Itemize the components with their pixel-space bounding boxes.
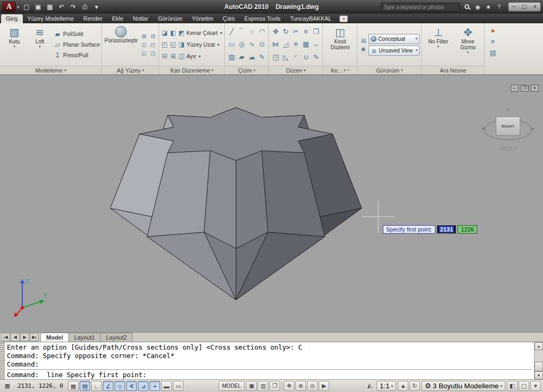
save-icon[interactable]: ▦ xyxy=(45,2,55,12)
dynamic-input-x-field[interactable]: 2131 xyxy=(437,225,456,234)
qp-toggle[interactable]: ▭ xyxy=(173,381,183,391)
last-layout-button[interactable]: ▶| xyxy=(30,333,39,341)
redo-icon[interactable]: ↷ xyxy=(68,2,78,12)
yuzey-uzat-button[interactable]: ◰ ◱ ◨ Yüzey Uzat ▼ xyxy=(161,39,223,50)
purussuzlestir-button[interactable]: Pürüssüzleştir xyxy=(103,24,138,65)
wcs-dropdown[interactable]: WCS ▾ xyxy=(500,146,516,152)
maximize-button[interactable]: ▢ xyxy=(519,3,530,11)
panel-label-kati-duzenleme[interactable]: Katı Düzenleme▾ xyxy=(159,66,224,74)
dynamic-input-y-field[interactable]: 1226 xyxy=(458,225,477,234)
viewcube-rotate-right-icon[interactable]: ▸ xyxy=(532,125,535,131)
viewcube-home-icon[interactable]: ⌂ xyxy=(481,106,535,112)
hatch-icon[interactable]: ▨ xyxy=(226,51,237,64)
panel-label-ag-yuzey[interactable]: Ağ Yüzey▾ xyxy=(102,66,159,74)
mesh-extrude-icon[interactable]: ◰ xyxy=(148,41,157,49)
copy-icon[interactable]: ❐ xyxy=(311,25,321,38)
model-space-button[interactable]: MODEL xyxy=(218,381,245,391)
panel-label-ara-nesne[interactable]: Ara Nesne xyxy=(422,66,484,74)
application-menu-button[interactable]: A xyxy=(2,2,16,12)
kesit-duzlemi-button[interactable]: ◫ Kesit Düzlemi xyxy=(325,24,355,65)
application-menu-dropdown-icon[interactable]: ▾ xyxy=(17,5,19,10)
dyn-toggle[interactable]: + xyxy=(150,381,160,391)
pan-icon[interactable]: ✥ xyxy=(284,381,294,391)
tab-tuncaybakkal[interactable]: TuncayBAKKAL xyxy=(285,14,336,23)
search-button[interactable] xyxy=(462,3,471,12)
press-pull-button[interactable]: ↧ Press/Pull xyxy=(54,50,100,60)
planar-surface-button[interactable]: ▱ Planar Surface xyxy=(54,40,100,49)
zoom-icon[interactable]: ⊕ xyxy=(295,381,306,391)
next-layout-button[interactable]: ▶ xyxy=(20,333,29,341)
line-icon[interactable]: ╱ xyxy=(226,25,237,38)
otrack-toggle[interactable]: ∢ xyxy=(126,381,137,391)
infocenter-search-input[interactable] xyxy=(381,3,460,12)
tool-palettes-icon[interactable]: ≡ xyxy=(487,37,498,46)
tab-model[interactable]: Model xyxy=(40,333,69,342)
command-scrollbar[interactable]: ▲ ▼ xyxy=(534,342,543,379)
viewport-restore-button[interactable]: ❐ xyxy=(521,85,529,92)
panel-label-cizim[interactable]: Çizim▾ xyxy=(225,66,268,74)
clean-screen-icon[interactable]: ▢ xyxy=(519,381,529,391)
viewcube-face[interactable]: RIGHT xyxy=(496,117,520,136)
open-icon[interactable]: ▣ xyxy=(33,2,43,12)
command-input-line[interactable]: Command: line Specify first point: xyxy=(7,369,532,379)
first-layout-button[interactable]: |◀ xyxy=(1,333,10,341)
kenar-cikart-button[interactable]: ◪ ◧ ◩ Kenar Çıkart ▼ xyxy=(161,27,223,39)
tab-express-tools[interactable]: Express Tools xyxy=(240,14,285,23)
mesh-refine-icon[interactable]: ⊞ xyxy=(139,32,148,40)
comm-center-icon[interactable]: ◉ xyxy=(473,3,483,12)
panel-label-duzen[interactable]: Düzen▾ xyxy=(269,66,322,74)
pedit-icon[interactable]: ✎ xyxy=(311,51,321,64)
region-icon[interactable]: ▰ xyxy=(237,51,247,64)
annotation-visibility-icon[interactable]: ▲ xyxy=(398,381,408,391)
plot-icon[interactable]: ⎙ xyxy=(80,2,90,12)
osnap-toggle[interactable]: ◇ xyxy=(115,381,125,391)
rotate-icon[interactable]: ↻ xyxy=(281,25,291,38)
viewport-close-button[interactable]: × xyxy=(531,85,539,92)
view-manager-icon[interactable]: ▤ xyxy=(359,37,367,44)
join-icon[interactable]: ∪ xyxy=(301,51,311,64)
visual-style-dropdown[interactable]: Conceptual ▾ xyxy=(369,34,419,44)
coordinates-readout[interactable]: 2131, 1226, 0 xyxy=(14,381,66,390)
minimize-button[interactable]: ─ xyxy=(509,3,519,11)
move-icon[interactable]: ✥ xyxy=(270,25,281,38)
point-icon[interactable]: ⊙ xyxy=(257,38,267,51)
mesh-crease-icon[interactable]: ⊟ xyxy=(148,32,157,40)
lwt-toggle[interactable]: ▬ xyxy=(161,381,172,391)
scroll-up-icon[interactable]: ▲ xyxy=(535,342,543,350)
tab-yonetim[interactable]: Yönetim xyxy=(187,14,218,23)
scrollbar-thumb[interactable] xyxy=(535,362,543,371)
kutu-button[interactable]: ▧ Kutu ▾ xyxy=(2,24,27,65)
snap-toggle[interactable]: ▦ xyxy=(68,381,78,391)
ayir-button[interactable]: ⊟ ⊞ ◫ Ayır ▼ xyxy=(161,50,223,62)
revision-cloud-icon[interactable]: ☁ xyxy=(247,51,257,64)
new-file-icon[interactable]: ▢ xyxy=(21,2,32,12)
tab-cikti[interactable]: Çıktı xyxy=(218,14,240,23)
fillet-icon[interactable]: ◜ xyxy=(291,51,301,64)
steering-wheel-icon[interactable]: ◎ xyxy=(307,381,318,391)
viewcube-rotate-left-icon[interactable]: ◂ xyxy=(481,125,484,131)
help-icon[interactable]: ? xyxy=(494,3,504,12)
close-button[interactable]: × xyxy=(530,3,540,11)
prev-layout-button[interactable]: ◀ xyxy=(11,333,20,341)
erase-icon[interactable]: ◺ xyxy=(281,51,291,64)
tab-layout1[interactable]: Layout1 xyxy=(68,333,101,342)
statusbar-menu-icon[interactable]: ▦ xyxy=(2,381,13,391)
ducs-toggle[interactable]: ⊿ xyxy=(138,381,148,391)
tab-giris[interactable]: Giriş xyxy=(1,14,23,23)
mesh-split-icon[interactable]: ◫ xyxy=(139,41,148,49)
show-motion-icon[interactable]: ▶ xyxy=(319,381,329,391)
panel-label-kesit[interactable]: Ke...▾ » xyxy=(323,66,357,74)
loft-button[interactable]: ≋ Loft ▾ xyxy=(27,24,52,65)
chamfer-icon[interactable]: ◿ xyxy=(281,38,291,51)
grid-toggle[interactable]: ▤ xyxy=(80,381,90,391)
status-menu-icon[interactable]: ▾ xyxy=(530,381,541,391)
tab-yuzey-modelleme[interactable]: Yüzey Modelleme xyxy=(23,14,78,23)
offset-icon[interactable]: ≡ xyxy=(301,25,311,38)
polisolit-button[interactable]: ▰ PoliSolit xyxy=(54,29,100,39)
tab-render[interactable]: Render xyxy=(78,14,107,23)
workspace-switcher[interactable]: ⚙ 3 Boyutlu Modelleme ▾ xyxy=(422,381,505,391)
tab-ekle[interactable]: Ekle xyxy=(107,14,128,23)
layout-icon[interactable]: ▣ xyxy=(246,381,257,391)
stretch-icon[interactable]: ↔ xyxy=(311,38,321,51)
ellipse-icon[interactable]: ◎ xyxy=(237,38,247,51)
